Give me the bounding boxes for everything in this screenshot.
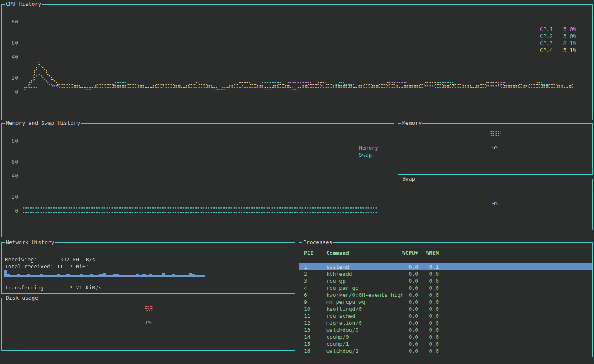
memory-legend-label: Memory — [359, 144, 378, 151]
process-command: rcu_par_gp — [326, 284, 358, 291]
y-tick-0: 0 — [7, 208, 18, 214]
process-cpu-percent: 0.0 — [384, 341, 418, 348]
process-pid: 15 — [304, 341, 311, 348]
process-command: cpuhp/0 — [326, 333, 349, 341]
legend-gap — [556, 40, 559, 47]
process-mem-percent: 0.0 — [418, 326, 439, 333]
process-row-pid-2[interactable]: 2kthreadd0.00.0 — [299, 270, 592, 277]
y-tick-40: 40 — [7, 54, 18, 60]
process-command: systemd — [326, 263, 349, 270]
cpu-legend-row-cpu1: CPU1 3.0% — [540, 26, 576, 33]
column-header-cpu-sort: %CPU▼ — [384, 249, 418, 256]
process-row-pid-13[interactable]: 13watchdog/00.00.0 — [299, 326, 592, 333]
process-row-pid-12[interactable]: 12migration/00.00.0 — [299, 319, 592, 326]
network-history-panel: Network History Receiving: 332.00 B/s To… — [1, 242, 295, 294]
memory-swap-history-title: Memory and Swap History — [5, 120, 81, 127]
process-pid: 1 — [304, 263, 307, 270]
process-pid: 2 — [304, 270, 307, 277]
y-tick-60: 60 — [7, 40, 18, 46]
memory-swap-history-panel: Memory and Swap History 806040200 Memory… — [1, 123, 394, 237]
y-tick-40: 40 — [7, 173, 18, 179]
process-command: watchdog/0 — [326, 326, 358, 333]
process-row-pid-11[interactable]: 11rcu_sched0.00.0 — [299, 312, 592, 319]
disk-percent-value: 1% — [2, 320, 295, 326]
process-mem-percent: 0.1 — [418, 263, 439, 270]
process-command: migration/0 — [326, 319, 362, 326]
process-cpu-percent: 0.0 — [384, 277, 418, 284]
process-command: rcu_gp — [326, 277, 346, 284]
process-row-pid-6[interactable]: 6kworker/0:0H-events_high0.00.0 — [299, 291, 592, 298]
process-row-pid-15[interactable]: 15cpuhp/10.00.0 — [299, 341, 592, 348]
column-header-mem: %MEM — [418, 249, 439, 256]
swap-gauge-panel: Swap 0% — [398, 179, 593, 230]
process-row-pid-4[interactable]: 4rcu_par_gp0.00.0 — [299, 284, 592, 291]
cpu-legend-label: CPU3 — [540, 40, 556, 47]
process-row-pid-9[interactable]: 9mm_percpu_wq0.00.0 — [299, 298, 592, 305]
process-command: ksoftirqd/0 — [326, 305, 362, 312]
process-row-pid-3[interactable]: 3rcu_gp0.00.0 — [299, 277, 592, 284]
process-cpu-percent: 0.0 — [384, 291, 418, 298]
process-command: rcu_sched — [326, 312, 355, 319]
cpu-history-panel: CPU History 806040200 CPU1 3.0%CPU2 3.0%… — [1, 4, 593, 120]
process-pid: 14 — [304, 333, 311, 341]
cpu-history-title: CPU History — [5, 1, 42, 7]
process-command: cpuhp/1 — [326, 341, 349, 348]
process-command: kthreadd — [326, 270, 352, 277]
process-cpu-percent: 0.0 — [384, 284, 418, 291]
process-cpu-percent: 0.0 — [384, 326, 418, 333]
process-cpu-percent: 0.0 — [384, 298, 418, 305]
memory-gauge-panel: Memory 6% — [398, 123, 593, 175]
y-tick-20: 20 — [7, 75, 18, 81]
legend-gap — [556, 47, 559, 54]
swap-gauge-title: Swap — [401, 176, 416, 182]
process-pid: 10 — [304, 305, 311, 312]
gotop-terminal-monitor: { "colors":{ "background":"#2b2d2d","bor… — [0, 0, 594, 364]
process-row-pid-10[interactable]: 10ksoftirqd/00.00.0 — [299, 305, 592, 312]
cpu-legend-value: 8.1% — [559, 40, 576, 47]
network-history-title: Network History — [5, 239, 55, 246]
process-mem-percent: 0.0 — [418, 319, 439, 326]
process-row-pid-1[interactable]: 1systemd0.00.1 — [299, 263, 592, 270]
cpu-legend-row-cpu3: CPU3 8.1% — [540, 40, 576, 47]
legend-gap — [556, 33, 559, 40]
process-row-pid-16[interactable]: 16watchdog/10.00.0 — [299, 348, 592, 355]
column-header-command: Command — [326, 249, 349, 256]
y-tick-20: 20 — [7, 194, 18, 200]
y-tick-60: 60 — [7, 159, 18, 165]
process-mem-percent: 0.0 — [418, 291, 439, 298]
cpu-legend-value: 3.0% — [559, 33, 576, 40]
y-tick-0: 0 — [7, 89, 18, 95]
disk-usage-panel: Disk usage 1% — [1, 298, 295, 351]
process-cpu-percent: 0.0 — [384, 270, 418, 277]
process-cpu-percent: 0.0 — [384, 312, 418, 319]
process-row-pid-14[interactable]: 14cpuhp/00.00.0 — [299, 333, 592, 341]
cpu-legend-row-cpu2: CPU2 3.0% — [540, 33, 576, 40]
processes-title: Processes — [302, 239, 333, 246]
process-mem-percent: 0.0 — [418, 312, 439, 319]
process-cpu-percent: 0.0 — [384, 305, 418, 312]
network-transferring-line: Transferring: 2.21 KiB/s — [5, 285, 102, 291]
process-mem-percent: 0.0 — [418, 298, 439, 305]
memory-gauge-title: Memory — [401, 120, 422, 127]
process-command: mm_percpu_wq — [326, 298, 365, 305]
y-tick-80: 80 — [7, 138, 18, 144]
process-mem-percent: 0.0 — [418, 348, 439, 355]
cpu-legend-label: CPU4 — [540, 47, 556, 54]
swap-legend-label: Swap — [359, 151, 372, 158]
cpu-history-chart — [2, 5, 592, 120]
process-command: watchdog/1 — [326, 348, 358, 355]
network-total-received-line: Total received: 11.17 MiB: — [5, 264, 89, 270]
process-pid: 11 — [304, 312, 311, 319]
swap-percent-value: 0% — [398, 201, 592, 207]
process-pid: 12 — [304, 319, 311, 326]
process-mem-percent: 0.0 — [418, 341, 439, 348]
cpu-legend-label: CPU1 — [540, 26, 556, 33]
cpu-legend-label: CPU2 — [540, 33, 556, 40]
process-mem-percent: 0.0 — [418, 284, 439, 291]
process-mem-percent: 0.0 — [418, 270, 439, 277]
process-pid: 9 — [304, 298, 307, 305]
cpu-legend-row-cpu4: CPU4 5.1% — [540, 47, 576, 54]
memory-swap-history-chart — [2, 124, 394, 237]
process-mem-percent: 0.0 — [418, 305, 439, 312]
process-pid: 6 — [304, 291, 307, 298]
